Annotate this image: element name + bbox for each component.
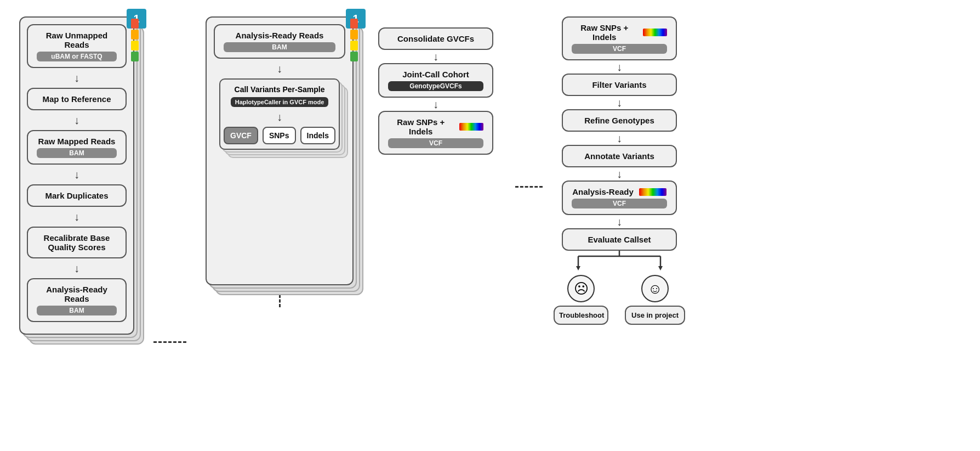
inner-main-box: Call Variants Per-Sample HaplotypeCaller…: [219, 78, 340, 150]
branch-arrows: [562, 251, 677, 273]
vcf-label-ready: VCF: [572, 199, 667, 208]
color-bar-orange: [131, 30, 139, 40]
connector-col1-col2: [153, 11, 186, 362]
analysis-ready-reads-col2: Analysis-Ready Reads BAM: [214, 24, 345, 59]
col2-bar-yellow: [350, 41, 358, 50]
color-bar-yellow: [131, 41, 139, 50]
arrow-5: ↓: [74, 263, 79, 274]
joint-call-box: Joint-Call Cohort GenotypeGVCFs: [378, 63, 493, 98]
recalibrate-box: Recalibrate Base Quality Scores: [27, 227, 127, 258]
consolidate-gvcfs-box: Consolidate GVCFs: [378, 27, 493, 50]
raw-snps-col4-label: Raw SNPs + Indels: [572, 23, 637, 42]
col1-main-flow: Raw Unmapped Reads uBAM or FASTQ ↓ Map t…: [19, 16, 134, 335]
arrow-col2-1: ↓: [277, 63, 282, 74]
raw-snps-col4-box: Raw SNPs + Indels VCF: [562, 16, 677, 60]
snps-box: SNPs: [263, 127, 296, 144]
evaluate-callset-box: Evaluate Callset: [562, 228, 677, 251]
indels-box: Indels: [300, 127, 335, 144]
arrow-col4-1: ↓: [617, 61, 622, 72]
arrow-col4-3: ↓: [617, 133, 622, 144]
rainbow-bar-col3: [459, 123, 483, 131]
arrow-2: ↓: [74, 115, 79, 126]
gvcf-box: GVCF: [224, 127, 258, 144]
arrow-col3-1: ↓: [433, 51, 438, 62]
use-project-label: Use in project: [631, 311, 679, 319]
joint-call-label: Joint-Call Cohort: [402, 70, 469, 79]
recalibrate-label: Recalibrate Base Quality Scores: [44, 233, 110, 252]
sad-face-label: ☹: [574, 280, 589, 297]
use-project-outcome: ☺ Use in project: [625, 275, 685, 325]
dotted-line-1: [153, 341, 186, 343]
happy-face: ☺: [641, 275, 669, 302]
rainbow-bar-col4: [643, 29, 667, 36]
svg-marker-5: [576, 266, 580, 270]
arrow-col4-2: ↓: [617, 97, 622, 108]
map-to-reference-box: Map to Reference: [27, 88, 127, 110]
genotypegvcfs-label: GenotypeGVCFs: [388, 81, 483, 91]
col2-main-flow: Analysis-Ready Reads BAM ↓ Call Variants…: [206, 16, 354, 285]
analysis-ready-vcf-label: Analysis-Ready: [572, 187, 634, 196]
analysis-ready-reads-box-col1: Analysis-Ready Reads BAM: [27, 278, 127, 322]
color-bar-red: [131, 19, 139, 29]
arrow-inner: ↓: [277, 111, 282, 122]
vcf-label-col3: VCF: [388, 138, 483, 148]
gvcf-row: GVCF SNPs Indels: [226, 127, 333, 144]
evaluate-callset-label: Evaluate Callset: [588, 235, 651, 244]
annotate-variants-label: Annotate Variants: [584, 151, 654, 161]
col2-per-sample: 1 Analysis-Ready Reads BAM ↓ Call Varian…: [203, 16, 356, 307]
call-variants-label: Call Variants Per-Sample: [235, 85, 325, 94]
stack-color-bars: [131, 19, 139, 61]
col4-refinement: Raw SNPs + Indels VCF ↓ Filter Variants …: [559, 16, 680, 325]
bam-label-2: BAM: [37, 306, 117, 315]
col1-preprocessing: 1 Raw Unmapped Reads uBAM or FASTQ ↓ Map…: [16, 16, 137, 335]
troubleshoot-box[interactable]: Troubleshoot: [554, 306, 608, 325]
svg-marker-6: [658, 266, 663, 270]
use-project-box[interactable]: Use in project: [625, 306, 685, 325]
raw-unmapped-reads-box: Raw Unmapped Reads uBAM or FASTQ: [27, 24, 127, 68]
raw-snps-col3-box: Raw SNPs + Indels VCF: [378, 111, 493, 155]
col3-joint: Consolidate GVCFs ↓ Joint-Call Cohort Ge…: [373, 27, 499, 155]
analysis-ready-title-col2: Analysis-Ready Reads: [236, 31, 324, 40]
col2-outer-stack: 1 Analysis-Ready Reads BAM ↓ Call Varian…: [206, 16, 354, 285]
raw-unmapped-reads-label: Raw Unmapped Reads: [46, 31, 108, 49]
raw-mapped-reads-label: Raw Mapped Reads: [38, 137, 116, 146]
raw-mapped-reads-box: Raw Mapped Reads BAM: [27, 130, 127, 165]
ubam-fastq-label: uBAM or FASTQ: [37, 52, 117, 61]
consolidate-label: Consolidate GVCFs: [397, 34, 474, 43]
analysis-ready-vcf-box: Analysis-Ready VCF: [562, 181, 677, 215]
filter-variants-box: Filter Variants: [562, 74, 677, 96]
refine-genotypes-box: Refine Genotypes: [562, 109, 677, 132]
inner-stack: Call Variants Per-Sample HaplotypeCaller…: [219, 78, 340, 150]
refine-genotypes-label: Refine Genotypes: [584, 116, 654, 125]
bam-label-1: BAM: [37, 148, 117, 158]
color-bar-green: [131, 52, 139, 61]
happy-face-label: ☺: [648, 280, 663, 297]
arrow-col4-4: ↓: [617, 168, 622, 179]
arrow-col4-5: ↓: [617, 216, 622, 227]
troubleshoot-label: Troubleshoot: [559, 311, 604, 319]
haplotypecaller-label: HaplotypeCaller in GVCF mode: [231, 97, 329, 107]
arrow-3: ↓: [74, 169, 79, 180]
col1-stack: 1 Raw Unmapped Reads uBAM or FASTQ ↓ Map…: [19, 16, 134, 335]
filter-variants-label: Filter Variants: [592, 80, 646, 89]
mark-duplicates-box: Mark Duplicates: [27, 184, 127, 207]
analysis-ready-reads-label: Analysis-Ready Reads: [46, 285, 107, 303]
sad-face: ☹: [567, 275, 595, 302]
col2-bar-red: [350, 19, 358, 29]
col2-color-bars: [350, 19, 358, 61]
col2-bar-orange: [350, 30, 358, 40]
bam-label-col2: BAM: [224, 42, 335, 52]
arrow-1: ↓: [74, 72, 79, 83]
dotted-line-2: [515, 186, 543, 188]
branch-svg: [562, 251, 677, 273]
raw-snps-col3-label: Raw SNPs + Indels: [388, 117, 454, 136]
main-container: 1 Raw Unmapped Reads uBAM or FASTQ ↓ Map…: [0, 0, 980, 451]
troubleshoot-outcome: ☹ Troubleshoot: [554, 275, 608, 325]
annotate-variants-box: Annotate Variants: [562, 145, 677, 167]
connector-col3-col4: [515, 11, 543, 362]
arrow-col3-2: ↓: [433, 99, 438, 110]
vcf-label-col4: VCF: [572, 44, 667, 54]
mark-duplicates-label: Mark Duplicates: [45, 191, 108, 200]
rainbow-bar-vcf: [639, 188, 666, 196]
outcomes-row: ☹ Troubleshoot ☺ Use in project: [559, 275, 680, 325]
